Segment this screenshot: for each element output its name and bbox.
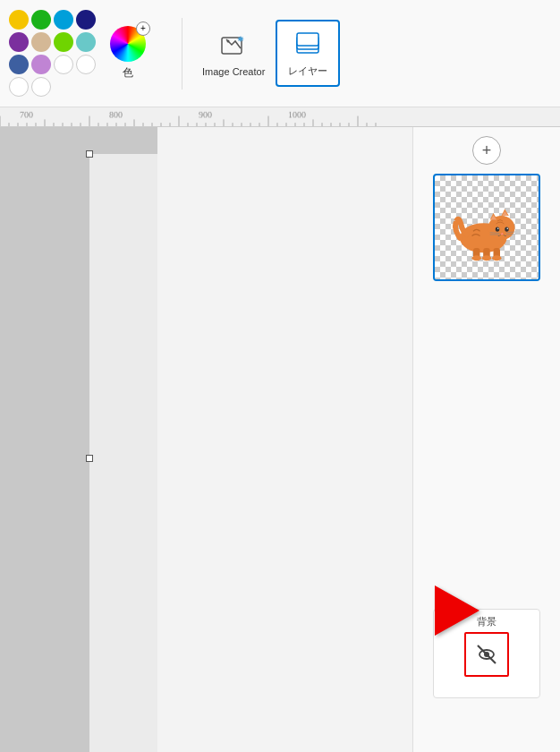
svg-point-24 <box>482 255 492 261</box>
color-swatch-yellow[interactable] <box>9 10 29 30</box>
color-palette <box>9 10 96 97</box>
color-swatch-dark-blue[interactable] <box>76 10 96 30</box>
color-swatch-white4[interactable] <box>31 77 51 97</box>
svg-rect-4 <box>297 33 318 46</box>
color-swatch-purple[interactable] <box>9 32 29 52</box>
svg-point-25 <box>492 255 502 261</box>
image-creator-button[interactable]: Image Creator <box>191 23 276 84</box>
layers-panel: + <box>412 127 560 752</box>
layers-icon <box>292 29 324 61</box>
image-creator-icon <box>217 30 250 63</box>
color-swatch-white3[interactable] <box>9 77 29 97</box>
svg-point-11 <box>496 226 500 231</box>
layers-button[interactable]: レイヤー <box>276 20 340 87</box>
color-label: 色 <box>123 65 133 81</box>
canvas-area[interactable] <box>0 127 157 752</box>
svg-point-1 <box>227 39 230 42</box>
color-swatch-cyan[interactable] <box>54 10 73 30</box>
red-arrow-icon <box>435 585 479 636</box>
layers-label: レイヤー <box>288 64 327 78</box>
drawing-canvas <box>89 154 157 752</box>
toolbar: 色 Image Creator レイヤー <box>0 0 560 107</box>
color-swatch-green[interactable] <box>31 10 51 30</box>
color-swatch-blue[interactable] <box>9 55 29 74</box>
selection-handle-ml[interactable] <box>86 455 93 462</box>
add-layer-button[interactable]: + <box>472 136 501 165</box>
svg-point-23 <box>472 255 482 261</box>
color-swatch-skin[interactable] <box>31 32 51 52</box>
color-swatch-teal[interactable] <box>76 32 96 52</box>
layer-thumbnail-cat[interactable] <box>433 174 540 281</box>
ruler <box>0 107 560 127</box>
color-wheel-button[interactable] <box>110 26 146 62</box>
color-swatch-lime[interactable] <box>54 32 73 52</box>
svg-point-12 <box>505 226 509 231</box>
color-section: 色 <box>110 26 146 81</box>
color-swatch-white1[interactable] <box>54 55 73 74</box>
svg-line-28 <box>478 645 496 663</box>
svg-point-13 <box>497 227 499 229</box>
toolbar-divider <box>182 18 182 90</box>
add-icon: + <box>482 141 492 160</box>
image-creator-label: Image Creator <box>202 66 265 77</box>
cat-image <box>435 175 539 279</box>
ruler-canvas <box>0 107 560 126</box>
svg-point-14 <box>507 227 509 229</box>
hide-layer-button[interactable] <box>464 632 509 677</box>
color-swatch-lavender[interactable] <box>31 55 51 74</box>
selection-handle-tl[interactable] <box>86 150 93 158</box>
background-layer-label: 背景 <box>477 615 496 628</box>
color-swatch-white2[interactable] <box>76 55 96 74</box>
arrow-indicator <box>435 585 479 636</box>
